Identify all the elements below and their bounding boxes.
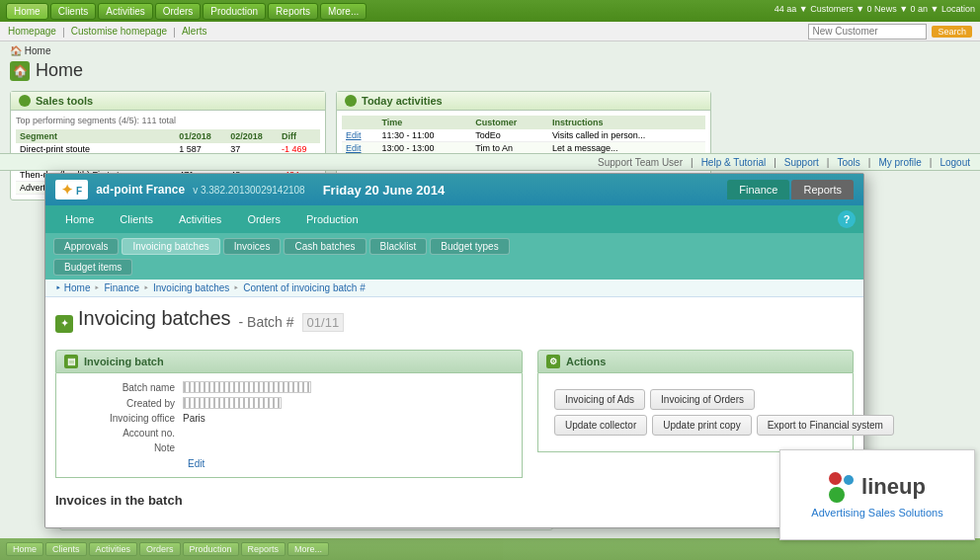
bg-panel-dot — [19, 95, 31, 107]
form-row-batch-name: Batch name — [64, 381, 514, 393]
bg-bottom-production[interactable]: Production — [183, 542, 239, 556]
bg-act-col-edit — [342, 116, 378, 129]
modal-version: v 3.382.20130029142108 — [193, 185, 304, 196]
bg-support-bar: Support Team User | Help & Tutorial | Su… — [0, 153, 980, 171]
modal-breadcrumb: ‣ Home ‣ Finance ‣ Invoicing batches ‣ C… — [45, 280, 863, 297]
value-invoicing-office: Paris — [183, 413, 205, 424]
modal-subnav-blacklist[interactable]: Blacklist — [369, 238, 428, 255]
bg-homepage-link[interactable]: Homepage — [8, 26, 56, 37]
breadcrumb-finance[interactable]: Finance — [104, 282, 139, 293]
form-row-invoicing-office: Invoicing office Paris — [64, 413, 514, 424]
bg-help-link[interactable]: Help & Tutorial — [701, 157, 767, 168]
bg-tools-link[interactable]: Tools — [837, 157, 859, 168]
invoicing-batch-section: ▤ Invoicing batch Batch name Created by … — [55, 350, 523, 478]
invoicing-batch-title: Invoicing batch — [84, 356, 164, 367]
modal-app-name: ad-point France — [96, 183, 185, 197]
bg-act-col-customer: Customer — [471, 116, 548, 129]
modal-subnav-budget-items[interactable]: Budget items — [53, 259, 132, 276]
bg-bottom-orders[interactable]: Orders — [139, 542, 181, 556]
batch-number: 01/11 — [302, 313, 345, 332]
bg-search-input[interactable] — [808, 24, 927, 40]
bg-bottom-bar: Home Clients Activities Orders Productio… — [0, 538, 980, 560]
modal-help-icon[interactable]: ? — [838, 210, 856, 228]
modal-subnav2: Budget items — [45, 259, 863, 280]
btn-update-collector[interactable]: Update collector — [554, 415, 647, 436]
bg-activities-header: Today activities — [337, 92, 710, 111]
modal-subnav-approvals[interactable]: Approvals — [53, 238, 119, 255]
edit-link[interactable]: Edit — [188, 458, 204, 469]
modal-nav-clients[interactable]: Clients — [108, 210, 165, 228]
breadcrumb-home[interactable]: ‣ Home — [55, 282, 90, 293]
bg-logout-link[interactable]: Logout — [939, 157, 970, 168]
label-note: Note — [64, 442, 183, 453]
btn-invoicing-orders[interactable]: Invoicing of Orders — [650, 389, 755, 410]
btn-invoicing-ads[interactable]: Invoicing of Ads — [554, 389, 645, 410]
bg-support-link[interactable]: Support — [784, 157, 819, 168]
bg-alerts-link[interactable]: Alerts — [182, 26, 207, 37]
bg-act-col-instructions: Instructions — [548, 116, 705, 129]
form-row-note: Note — [64, 442, 514, 453]
bg-nav-clients[interactable]: Clients — [50, 3, 97, 20]
modal-subnav-budget-types[interactable]: Budget types — [430, 238, 509, 255]
lineup-icon — [829, 472, 854, 503]
modal-content: ✦ Invoicing batches - Batch # 01/11 ▤ In… — [45, 297, 863, 518]
bg-nav-orders[interactable]: Orders — [155, 3, 202, 20]
actions-title: Actions — [566, 356, 606, 367]
bg-nav-reports[interactable]: Reports — [268, 3, 318, 20]
bg-sales-tools-header: Sales tools — [11, 92, 325, 111]
batch-label: - Batch # — [239, 314, 294, 330]
btn-update-print-copy[interactable]: Update print copy — [652, 415, 751, 436]
invoicing-batch-body: Batch name Created by Invoicing office P… — [55, 373, 523, 478]
bg-home-label: Home — [36, 60, 83, 81]
lineup-dot-red — [829, 472, 842, 485]
modal-window: ✦ F ad-point France v 3.382.201300291421… — [44, 173, 864, 528]
bg-sales-tools-title: Sales tools — [36, 95, 93, 107]
bg-bottom-clients[interactable]: Clients — [45, 542, 87, 556]
bg-activities-table: Time Customer Instructions Edit 11:30 - … — [342, 116, 705, 155]
bg-topbar: Home Clients Activities Orders Productio… — [0, 0, 980, 22]
bg-search-button[interactable]: Search — [932, 26, 972, 38]
form-row-created-by: Created by — [64, 397, 514, 409]
modal-subnav-invoicing-batches[interactable]: Invoicing batches — [122, 238, 219, 255]
lineup-dot-blue — [844, 475, 854, 485]
modal-nav-orders[interactable]: Orders — [235, 210, 292, 228]
page-title-icon: ✦ — [55, 315, 73, 333]
modal-nav-home[interactable]: Home — [53, 210, 106, 228]
modal-tab-finance[interactable]: Finance — [727, 180, 789, 200]
actions-row-1: Invoicing of Ads Invoicing of Orders — [554, 389, 837, 410]
bg-nav-home[interactable]: Home — [6, 3, 48, 20]
lineup-logo-area: lineup — [829, 472, 926, 503]
lineup-subtitle: Advertising Sales Solutions — [811, 507, 942, 519]
value-batch-name — [183, 381, 311, 393]
bg-bottom-reports[interactable]: Reports — [241, 542, 286, 556]
bg-home-icon: 🏠 — [10, 61, 30, 81]
label-invoicing-office: Invoicing office — [64, 413, 183, 424]
lineup-name: lineup — [861, 474, 926, 500]
bg-customise-link[interactable]: Customise homepage — [71, 26, 167, 37]
bg-bottom-home[interactable]: Home — [6, 542, 43, 556]
modal-nav-activities[interactable]: Activities — [167, 210, 233, 228]
user-info: 44 aa ▼ Customers ▼ 0 News ▼ 0 an ▼ Loca… — [775, 4, 975, 14]
bg-nav-activities[interactable]: Activities — [98, 3, 152, 20]
modal-subnav-invoices[interactable]: Invoices — [223, 238, 282, 255]
bg-col-date1: 01/2018 — [175, 129, 226, 143]
bg-bottom-more[interactable]: More... — [287, 542, 329, 556]
value-created-by — [183, 397, 282, 409]
breadcrumb-current: Content of invoicing batch # — [243, 282, 365, 293]
modal-nav-production[interactable]: Production — [294, 210, 370, 228]
actions-body: Invoicing of Ads Invoicing of Orders Upd… — [537, 373, 854, 452]
lineup-dot-green — [829, 487, 845, 503]
breadcrumb-invoicing-batches[interactable]: Invoicing batches — [153, 282, 229, 293]
modal-logo-badge: ✦ F — [55, 180, 88, 200]
invoices-in-batch-label: Invoices in the batch — [55, 493, 854, 508]
modal-subnav-cash-batches[interactable]: Cash batches — [284, 238, 366, 255]
bg-col-segment: Segment — [16, 129, 175, 143]
bg-myprofile-link[interactable]: My profile — [878, 157, 921, 168]
btn-export-financial[interactable]: Export to Financial system — [757, 415, 894, 436]
modal-tab-reports[interactable]: Reports — [791, 180, 854, 200]
label-account-no: Account no. — [64, 428, 183, 439]
bg-nav-production[interactable]: Production — [203, 3, 266, 20]
actions-row-2: Update collector Update print copy Expor… — [554, 415, 837, 436]
bg-nav-more[interactable]: More... — [320, 3, 367, 20]
bg-bottom-activities[interactable]: Activities — [89, 542, 138, 556]
